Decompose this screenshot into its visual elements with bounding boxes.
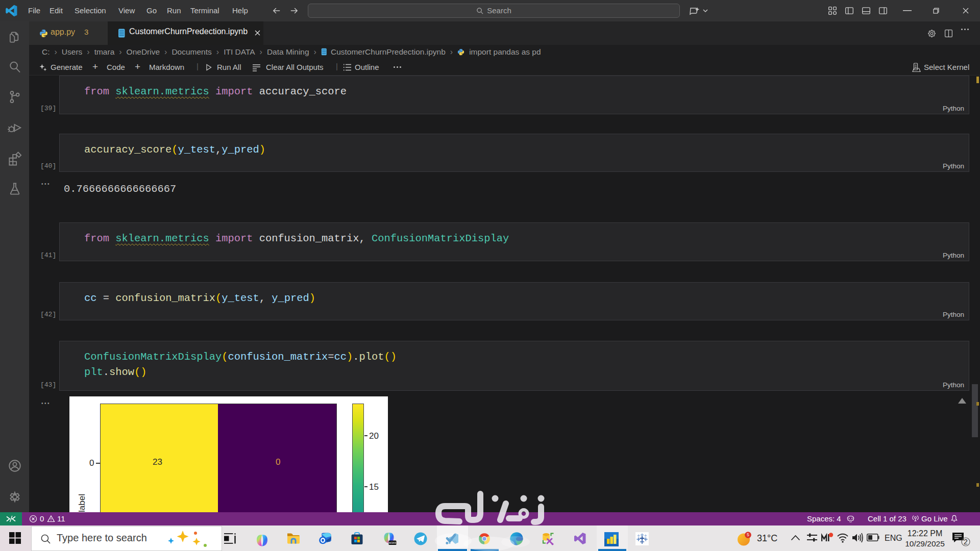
svg-text:5: 5 <box>747 532 749 537</box>
svg-text:2: 2 <box>964 538 968 546</box>
svg-text:M365: M365 <box>389 541 397 544</box>
